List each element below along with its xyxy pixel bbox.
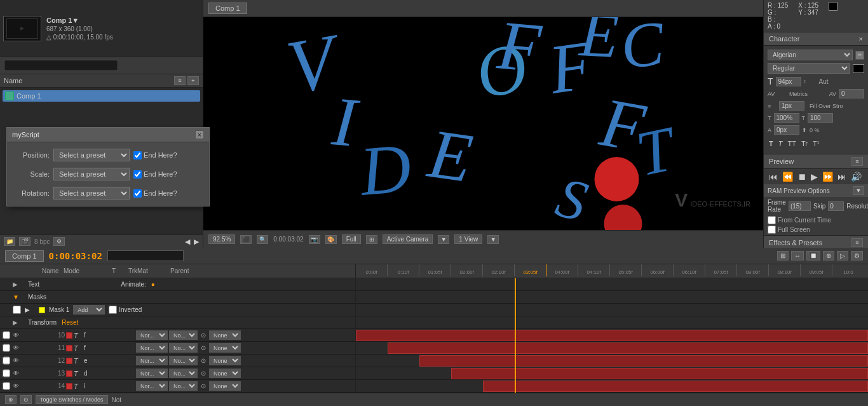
bold-btn[interactable]: T	[768, 139, 775, 148]
mask1-arrow[interactable]: ▶	[25, 306, 35, 313]
comp-tab[interactable]: Comp 1	[208, 3, 247, 14]
character-close-btn[interactable]: ×	[859, 35, 863, 43]
viewer-cam-icon[interactable]: 📷	[309, 235, 320, 244]
caps-btn[interactable]: TT	[786, 139, 797, 148]
camera-dropdown[interactable]: ▼	[438, 235, 449, 244]
tl-bottom-btn2[interactable]: ⊙	[20, 395, 32, 404]
leading-field[interactable]	[779, 101, 804, 111]
bar-layer12[interactable]	[419, 355, 868, 367]
smallcaps-btn[interactable]: Tr	[800, 139, 809, 148]
position-end-checkbox[interactable]	[133, 151, 142, 159]
scale-end-here[interactable]: End Here?	[133, 170, 177, 179]
stop-btn[interactable]: ⏹	[796, 172, 808, 182]
layer10-check[interactable]	[3, 331, 10, 339]
panel-new-btn[interactable]: +	[187, 76, 199, 85]
layer11-check[interactable]	[3, 344, 10, 352]
font-size-field[interactable]	[776, 77, 801, 86]
dialog-close-btn[interactable]: ×	[195, 130, 204, 139]
layer13-mode[interactable]: Nor...	[136, 369, 168, 378]
go-end-btn[interactable]: ⏭	[836, 172, 848, 182]
style-select[interactable]: Regular	[768, 63, 850, 74]
animate-btn[interactable]: ●	[151, 281, 155, 288]
play-btn[interactable]: ▶	[810, 172, 819, 182]
layer11-parent[interactable]: None	[209, 343, 241, 353]
layer12-eye[interactable]: 👁	[11, 356, 20, 365]
layer14-mode2[interactable]: No...	[169, 381, 198, 391]
transform-arrow[interactable]: ▶	[13, 319, 23, 326]
scale-preset-select[interactable]: Select a preset	[53, 168, 130, 180]
new-comp-btn[interactable]: 🎬	[19, 237, 31, 246]
bar-layer14[interactable]	[483, 381, 868, 392]
layer12-parent[interactable]: None	[209, 356, 241, 365]
color-swatch-black[interactable]	[853, 64, 864, 73]
layer10-mode[interactable]: Nor...	[136, 330, 168, 340]
layer14-eye[interactable]: 👁	[11, 382, 20, 391]
inverted-check[interactable]	[109, 306, 117, 314]
layer13-eye[interactable]: 👁	[11, 369, 20, 378]
layer14-check[interactable]	[3, 382, 10, 390]
timeline-timecode[interactable]: 0:00:03:02	[49, 251, 102, 261]
tracking-field[interactable]	[839, 89, 864, 98]
next-frame-btn[interactable]: ⏩	[821, 172, 834, 182]
position-end-here[interactable]: End Here?	[133, 151, 177, 159]
tl-btn4[interactable]: ⊕	[823, 251, 834, 261]
arrow-btn[interactable]: ◀	[185, 238, 190, 246]
views-dropdown[interactable]: ▼	[487, 235, 499, 244]
layer12-mode2[interactable]: No...	[169, 356, 198, 365]
viewer-btn1[interactable]: ⬛	[240, 235, 252, 244]
viewer-grid-btn[interactable]: ⊞	[366, 235, 377, 244]
layer12-mode[interactable]: Nor...	[136, 356, 168, 365]
bar-layer10[interactable]	[356, 330, 868, 341]
full-screen-checkbox[interactable]	[768, 226, 776, 234]
reset-btn[interactable]: Reset	[62, 319, 78, 326]
quality-btn[interactable]: Full	[342, 234, 361, 244]
project-search-input[interactable]	[4, 60, 118, 71]
viewer-color-btn[interactable]: 🎨	[325, 235, 337, 244]
vscale-field[interactable]	[808, 113, 833, 123]
scale-end-checkbox[interactable]	[133, 170, 142, 179]
mask1-checkbox[interactable]	[13, 306, 21, 314]
layer10-eye[interactable]: 👁	[11, 331, 20, 340]
tl-btn1[interactable]: ⊞	[777, 251, 789, 261]
font-eyedropper[interactable]: ✏	[855, 51, 864, 60]
layer14-mode[interactable]: Nor...	[136, 381, 168, 391]
preview-menu-btn[interactable]: ≡	[851, 157, 863, 166]
text-arrow[interactable]: ▶	[13, 281, 23, 288]
layer10-parent[interactable]: None	[209, 330, 241, 340]
go-start-btn[interactable]: ⏮	[768, 172, 779, 182]
layer13-parent[interactable]: None	[209, 369, 241, 378]
toggle-switches-btn[interactable]: Toggle Switches / Modes	[36, 395, 108, 404]
zoom-display[interactable]: 92.5%	[208, 234, 235, 244]
bar-layer11[interactable]	[388, 342, 868, 354]
masks-arrow[interactable]: ▼	[13, 294, 23, 301]
layer13-check[interactable]	[3, 369, 10, 377]
tl-bottom-btn1[interactable]: ⊕	[5, 395, 17, 404]
mask-mode-select[interactable]: Add	[73, 305, 105, 315]
from-current-checkbox[interactable]	[768, 216, 776, 224]
tl-btn6[interactable]: ⚙	[851, 251, 863, 261]
font-select[interactable]: Algerian	[768, 50, 853, 60]
layer13-mode2[interactable]: No...	[169, 369, 198, 378]
position-preset-select[interactable]: Select a preset	[53, 149, 130, 161]
arrow-right-btn[interactable]: ▶	[194, 238, 199, 246]
tl-btn3[interactable]: 🔲	[806, 251, 820, 261]
bar-layer13[interactable]	[451, 368, 868, 379]
views-btn[interactable]: 1 View	[454, 234, 482, 244]
playhead[interactable]	[515, 278, 516, 393]
camera-btn[interactable]: Active Camera	[383, 234, 433, 244]
tl-btn2[interactable]: ↔	[791, 251, 804, 261]
layer12-check[interactable]	[3, 356, 10, 365]
tl-btn5[interactable]: ▷	[837, 251, 848, 261]
settings-btn[interactable]: ⚙	[53, 237, 65, 246]
baseline-field[interactable]	[774, 125, 799, 135]
viewer-btn2[interactable]: 🔍	[257, 235, 268, 244]
new-folder-btn[interactable]: 📁	[4, 237, 15, 246]
timeline-search-input[interactable]	[107, 250, 184, 261]
layer11-mode2[interactable]: No...	[169, 343, 198, 353]
hscale-field[interactable]	[774, 113, 799, 123]
full-screen-label[interactable]: Full Screen	[768, 226, 864, 234]
layer10-mode2[interactable]: No...	[169, 330, 198, 340]
layer14-parent[interactable]: None	[209, 381, 241, 391]
rotation-preset-select[interactable]: Select a preset	[53, 187, 130, 200]
timeline-tab[interactable]: Comp 1	[5, 250, 44, 262]
